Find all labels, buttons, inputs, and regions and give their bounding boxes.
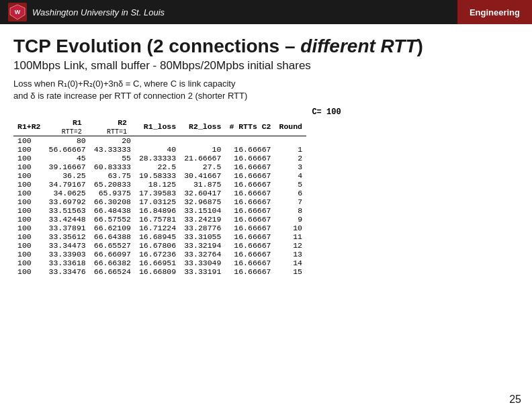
table-cell: 4 bbox=[275, 171, 307, 180]
table-cell: 33.15104 bbox=[180, 206, 225, 215]
table-cell: 66.57552 bbox=[90, 215, 135, 224]
table-cell: 33.37891 bbox=[45, 224, 90, 232]
table-cell: 40 bbox=[135, 145, 180, 154]
table-row: 10036.2563.7519.5833330.4166716.666674 bbox=[13, 171, 306, 180]
table-cell: 100 bbox=[13, 136, 45, 145]
table-cell: 100 bbox=[13, 232, 45, 241]
table-cell: 16.66667 bbox=[225, 163, 275, 171]
header-bar: W Washington University in St. Louis Eng… bbox=[0, 0, 532, 24]
table-cell: 7 bbox=[275, 197, 307, 206]
table-cell: 20 bbox=[90, 136, 135, 145]
table-cell: 33.34473 bbox=[45, 241, 90, 250]
col-r1r2: R1+R2 bbox=[13, 118, 45, 136]
table-cell: 21.66667 bbox=[180, 154, 225, 163]
title-emphasis: different RTT bbox=[300, 36, 416, 56]
table-row: 10033.3789166.6210916.7122433.2877616.66… bbox=[13, 224, 306, 232]
table-cell: 6 bbox=[275, 189, 307, 197]
table-cell: 34.79167 bbox=[45, 180, 90, 189]
table-cell: 17.03125 bbox=[135, 197, 180, 206]
table-row: 10033.3347666.6652416.6680933.3319116.66… bbox=[13, 267, 306, 276]
page-number: 25 bbox=[509, 394, 521, 406]
table-cell: 34.0625 bbox=[45, 189, 90, 197]
shield-icon: W bbox=[8, 3, 27, 21]
table-cell bbox=[225, 136, 275, 145]
table-cell: 12 bbox=[275, 241, 307, 250]
title-after: ) bbox=[417, 36, 423, 56]
table-cell: 10 bbox=[275, 224, 307, 232]
table-cell: 66.62109 bbox=[90, 224, 135, 232]
table-cell: 16.66667 bbox=[225, 189, 275, 197]
main-content: TCP Evolution (2 connections – different… bbox=[0, 24, 532, 411]
data-table: R1+R2 R1RTT=2 R2RTT=1 R1_loss R2_loss # … bbox=[13, 118, 306, 276]
table-cell: 33.33049 bbox=[180, 259, 225, 267]
table-cell: 16.66667 bbox=[225, 206, 275, 215]
table-cell: 9 bbox=[275, 215, 307, 224]
table-cell: 16.66667 bbox=[225, 180, 275, 189]
table-cell: 15 bbox=[275, 267, 307, 276]
table-row: 10039.1666760.8333322.527.516.666673 bbox=[13, 163, 306, 171]
table-cell: 30.41667 bbox=[180, 171, 225, 180]
university-logo: W Washington University in St. Louis bbox=[8, 3, 165, 21]
table-cell: 33.28776 bbox=[180, 224, 225, 232]
table-cell: 16.66667 bbox=[225, 215, 275, 224]
table-cell: 100 bbox=[13, 224, 45, 232]
title-before: TCP Evolution (2 connections – bbox=[13, 36, 300, 56]
table-cell: 33.32764 bbox=[180, 250, 225, 259]
col-r2loss: R2_loss bbox=[180, 118, 225, 136]
table-cell bbox=[135, 136, 180, 145]
col-round: Round bbox=[275, 118, 307, 136]
desc-text1: Loss when R₁(0)+R₂(0)+3nδ = C, where C i… bbox=[13, 79, 235, 89]
table-cell: 16.75781 bbox=[135, 215, 180, 224]
table-cell: 16.66667 bbox=[225, 232, 275, 241]
col-r2: R2RTT=1 bbox=[90, 118, 135, 136]
svg-text:W: W bbox=[15, 9, 21, 15]
table-cell: 100 bbox=[13, 215, 45, 224]
table-cell: 63.75 bbox=[90, 171, 135, 180]
table-cell: 45 bbox=[45, 154, 90, 163]
table-cell: 100 bbox=[13, 241, 45, 250]
table-cell: 16.66667 bbox=[225, 171, 275, 180]
table-row: 10034.062565.937517.3958332.6041716.6666… bbox=[13, 189, 306, 197]
table-cell: 66.65527 bbox=[90, 241, 135, 250]
table-row: 10033.3447366.6552716.6780633.3219416.66… bbox=[13, 241, 306, 250]
table-cell: 13 bbox=[275, 250, 307, 259]
table-cell: 16.66809 bbox=[135, 267, 180, 276]
c-value-label: C= 100 bbox=[134, 107, 519, 117]
table-cell: 33.35612 bbox=[45, 232, 90, 241]
table-cell: 11 bbox=[275, 232, 307, 241]
table-cell: 33.31055 bbox=[180, 232, 225, 241]
table-cell: 39.16667 bbox=[45, 163, 90, 171]
table-cell: 33.24219 bbox=[180, 215, 225, 224]
table-cell: 33.69792 bbox=[45, 197, 90, 206]
table-cell: 100 bbox=[13, 145, 45, 154]
table-cell: 33.42448 bbox=[45, 215, 90, 224]
table-cell: 33.33903 bbox=[45, 250, 90, 259]
table-cell: 65.20833 bbox=[90, 180, 135, 189]
table-cell: 14 bbox=[275, 259, 307, 267]
col-r1loss: R1_loss bbox=[135, 118, 180, 136]
table-cell: 3 bbox=[275, 163, 307, 171]
table-row: 100455528.3333321.6666716.666672 bbox=[13, 154, 306, 163]
table-cell: 100 bbox=[13, 206, 45, 215]
table-row: 10033.6979266.3020817.0312532.9687516.66… bbox=[13, 197, 306, 206]
description-line1: Loss when R₁(0)+R₂(0)+3nδ = C, where C i… bbox=[13, 78, 519, 102]
table-cell: 66.64388 bbox=[90, 232, 135, 241]
table-cell: 16.66667 bbox=[225, 224, 275, 232]
table-cell: 32.60417 bbox=[180, 189, 225, 197]
table-cell: 2 bbox=[275, 154, 307, 163]
table-cell: 66.30208 bbox=[90, 197, 135, 206]
table-cell: 22.5 bbox=[135, 163, 180, 171]
table-cell: 66.66097 bbox=[90, 250, 135, 259]
desc-text2: and δ is rate increase per RTT of connec… bbox=[13, 91, 247, 101]
subtitle: 100Mbps Link, small buffer - 80Mbps/20Mp… bbox=[13, 59, 519, 73]
page-title: TCP Evolution (2 connections – different… bbox=[13, 35, 519, 58]
table-cell: 16.71224 bbox=[135, 224, 180, 232]
table-cell: 1 bbox=[275, 145, 307, 154]
table-cell: 80 bbox=[45, 136, 90, 145]
table-row: 10033.4244866.5755216.7578133.2421916.66… bbox=[13, 215, 306, 224]
table-cell: 16.66667 bbox=[225, 145, 275, 154]
table-cell: 16.66667 bbox=[225, 241, 275, 250]
table-body: 100802010056.6666743.33333401016.6666711… bbox=[13, 136, 306, 276]
table-cell: 33.51563 bbox=[45, 206, 90, 215]
table-row: 1008020 bbox=[13, 136, 306, 145]
